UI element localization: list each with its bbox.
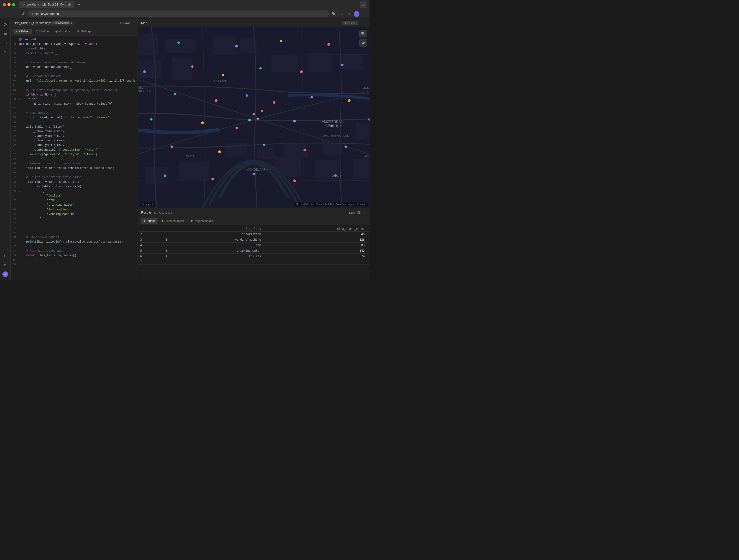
sidebar-item-settings[interactable]: ⚙ <box>1 261 9 269</box>
traffic-lights <box>3 3 15 6</box>
map-attribution: Made with Fused | © Mapbox © OpenStreetM… <box>294 202 367 206</box>
mapbox-logo: ⬡ mapbox <box>140 202 155 206</box>
sidebar-item-panels[interactable]: ◫ <box>1 39 9 46</box>
results-title: Results <box>141 211 151 214</box>
svg-text:G d'Aci: G d'Aci <box>332 175 341 178</box>
map-footer: ⬡ mapbox <box>140 202 155 206</box>
code-line-2: 2 def udf(bbox: fused.types.ViewportGDF … <box>11 42 138 46</box>
sidebar-item-layers2[interactable] <box>1 30 9 37</box>
selected-object-dot <box>162 220 163 222</box>
code-line-12: 12 # Structure bounding box to spatially… <box>11 88 138 92</box>
tab-module[interactable]: ◫ Module <box>33 29 52 34</box>
map-canvas: FREDERIK HENDRIKBUURT JORDAAN VONDELPARK… <box>138 27 370 208</box>
svg-point-55 <box>235 127 238 129</box>
new-tab-button[interactable]: + <box>77 2 82 7</box>
map-search-button[interactable]: 🔍 <box>359 30 367 37</box>
tab-selected-object[interactable]: Selected object <box>159 218 187 224</box>
svg-point-76 <box>248 119 251 122</box>
table-cell-index <box>147 259 172 265</box>
tabs-dropdown-button[interactable]: ⌄ <box>360 1 366 8</box>
table-cell-infra-class: drinking_water <box>172 248 266 253</box>
titlebar: ⬡ Workbench ibis_DuckDB_Ov... × + ⌄ <box>0 0 370 9</box>
map-rotate-button[interactable]: ⟳ <box>359 39 367 46</box>
svg-point-46 <box>246 94 248 97</box>
svg-point-69 <box>211 178 214 180</box>
map-more-button[interactable]: ⋮ <box>360 20 366 26</box>
svg-rect-8 <box>240 38 257 53</box>
forward-button[interactable]: → <box>11 11 18 17</box>
address-input[interactable] <box>28 11 329 17</box>
tab-request-details[interactable]: Request details <box>188 218 216 224</box>
sidebar-item-layers[interactable]: ⬡ <box>1 21 9 28</box>
svg-rect-2 <box>4 34 7 35</box>
svg-text:FREDERIK: FREDERIK <box>138 86 143 89</box>
back-button[interactable]: ← <box>2 11 9 17</box>
svg-rect-12 <box>271 55 298 72</box>
sidebar-item-profile[interactable]: F <box>1 270 9 278</box>
code-line-1: 1 @fused.udf <box>11 37 138 42</box>
minimize-button[interactable] <box>7 3 11 6</box>
code-line-54: 54 return ibis_table.to_pandas() <box>11 253 138 258</box>
svg-rect-19 <box>274 157 302 177</box>
map-area[interactable]: FREDERIK HENDRIKBUURT JORDAAN VONDELPARK… <box>138 27 370 208</box>
search-icon[interactable]: 🔍 <box>331 11 337 17</box>
svg-rect-1 <box>4 33 7 34</box>
editor-topbar-actions: ⬡ Save ⋮ <box>120 21 135 25</box>
addressbar: ← → ↺ 🔍 ☆ ⬆ ⋮ <box>0 9 370 19</box>
code-line-28: 28 _.bbox.ymin > miny, <box>11 134 138 139</box>
freeze-button[interactable]: ❄ Freeze <box>342 21 358 25</box>
code-line-42: 42 "atm", <box>11 198 138 203</box>
code-line-32: 32 ).select(["geometry", "subtype", "cla… <box>11 152 138 157</box>
svg-point-75 <box>257 118 259 120</box>
map-controls: 🔍 ⟳ <box>359 30 367 46</box>
profile-avatar[interactable] <box>354 11 359 17</box>
refresh-button[interactable]: ↺ <box>20 11 26 17</box>
map-title: Map <box>141 21 147 25</box>
maximize-button[interactable] <box>12 3 15 6</box>
code-line-6: 6 # Connect to an in-memory database <box>11 60 138 65</box>
tab-visualize[interactable]: ◈ Visualize <box>52 29 73 34</box>
results-more-button[interactable]: ⋮ <box>362 210 366 215</box>
browser-more-icon[interactable]: ⋮ <box>361 11 367 17</box>
table-cell-index: 4 <box>147 253 172 259</box>
svg-point-48 <box>310 96 313 99</box>
svg-point-63 <box>263 144 265 146</box>
app-container: ⬡ ◫ ✏ ⊙ ⚙ F ibis_DuckDB_Overturemaps Fil… <box>0 19 370 280</box>
chevron-down-icon[interactable]: ▾ <box>71 21 72 25</box>
share-icon[interactable]: ⬆ <box>346 11 352 17</box>
svg-rect-13 <box>308 53 332 72</box>
code-line-56: 56 <box>11 262 138 267</box>
svg-point-40 <box>300 70 303 73</box>
results-header: Results 52.3720,4.9024 2.10s ▐▐ ⋮ <box>138 208 370 217</box>
code-line-9: 9 # Overture S3 bucket <box>11 74 138 79</box>
tab-close-button[interactable]: × <box>68 3 71 6</box>
code-editor[interactable]: 1 @fused.udf 2 def udf(bbox: fused.types… <box>11 35 138 280</box>
tab-settings[interactable]: ⚙ Settings <box>74 29 94 34</box>
code-line-49: 49 <box>11 230 138 235</box>
save-button[interactable]: ⬡ Save <box>120 21 130 25</box>
svg-rect-18 <box>179 162 209 181</box>
filename-label: ibis_DuckDB_Overturemaps <box>15 21 51 25</box>
svg-rect-27 <box>356 123 370 140</box>
table-cell-index: 0 <box>147 231 172 237</box>
svg-rect-26 <box>322 140 342 155</box>
sidebar-item-circle[interactable]: ⊙ <box>1 252 9 260</box>
code-line-33: 33 <box>11 157 138 162</box>
tab-editor[interactable]: </> Editor <box>13 29 32 34</box>
results-time: 2.10s ▐▐ <box>348 211 360 214</box>
bookmark-icon[interactable]: ☆ <box>338 11 344 17</box>
svg-point-45 <box>215 99 217 102</box>
editor-more-button[interactable]: ⋮ <box>131 21 135 25</box>
svg-rect-21 <box>353 159 370 179</box>
browser-tab[interactable]: ⬡ Workbench ibis_DuckDB_Ov... × <box>19 1 75 8</box>
sidebar-item-edit[interactable]: ✏ <box>1 48 9 56</box>
svg-text:AMSTERDAM: AMSTERDAM <box>322 120 344 124</box>
tab-stdout[interactable]: Stdout <box>141 218 158 224</box>
svg-rect-24 <box>257 147 274 159</box>
code-line-46: 46 ] <box>11 217 138 221</box>
code-line-52: 52 <box>11 244 138 249</box>
close-button[interactable] <box>3 3 6 6</box>
request-details-dot <box>191 220 192 222</box>
right-panel: Map ❄ Freeze ⋮ <box>138 19 370 280</box>
code-line-5: 5 <box>11 56 138 60</box>
